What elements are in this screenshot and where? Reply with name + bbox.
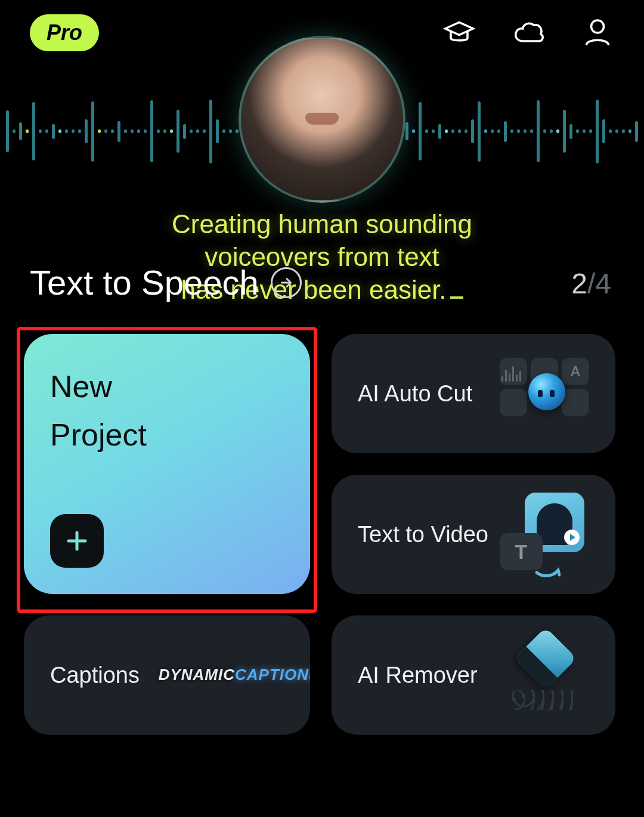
- header-actions: [442, 16, 614, 49]
- svg-point-0: [592, 20, 604, 33]
- section-title-row: Text to Speech: [30, 262, 302, 302]
- play-arrow-icon[interactable]: [271, 267, 302, 298]
- captions-icon: DYNAMIC CAPTIONS: [194, 636, 284, 714]
- ai-auto-cut-icon: [500, 355, 589, 432]
- graduation-cap-icon[interactable]: [442, 16, 476, 49]
- tile-label: AI Auto Cut: [358, 381, 500, 407]
- tile-label: AI Remover: [358, 663, 500, 688]
- typing-cursor: [450, 296, 463, 299]
- page-total: 4: [595, 268, 611, 299]
- plus-icon[interactable]: [50, 514, 104, 568]
- captions-thumb-line: DYNAMIC: [159, 667, 235, 683]
- tagline-line: Creating human sounding: [0, 208, 644, 240]
- page-current: 2: [571, 268, 587, 299]
- tile-label: Text to Video: [358, 522, 500, 547]
- text-to-video-icon: T: [500, 496, 589, 573]
- page-indicator: 2/4: [571, 267, 611, 300]
- section-title: Text to Speech: [30, 262, 259, 302]
- ai-remover-tile[interactable]: AI Remover: [332, 615, 615, 735]
- cloud-icon[interactable]: [512, 16, 545, 49]
- feature-grid: New Project AI Auto Cut Text to Video T: [24, 334, 615, 735]
- ai-remover-icon: [500, 636, 589, 714]
- app-header: Pro: [0, 0, 644, 66]
- text-to-video-tile[interactable]: Text to Video T: [332, 475, 615, 594]
- profile-icon[interactable]: [581, 16, 614, 49]
- pro-badge[interactable]: Pro: [30, 14, 99, 51]
- new-project-label: New Project: [50, 363, 284, 459]
- captions-thumb-line: CAPTIONS: [235, 667, 310, 683]
- new-project-tile[interactable]: New Project: [24, 334, 310, 594]
- ai-auto-cut-tile[interactable]: AI Auto Cut: [332, 334, 615, 453]
- captions-tile[interactable]: Captions DYNAMIC CAPTIONS: [24, 615, 310, 735]
